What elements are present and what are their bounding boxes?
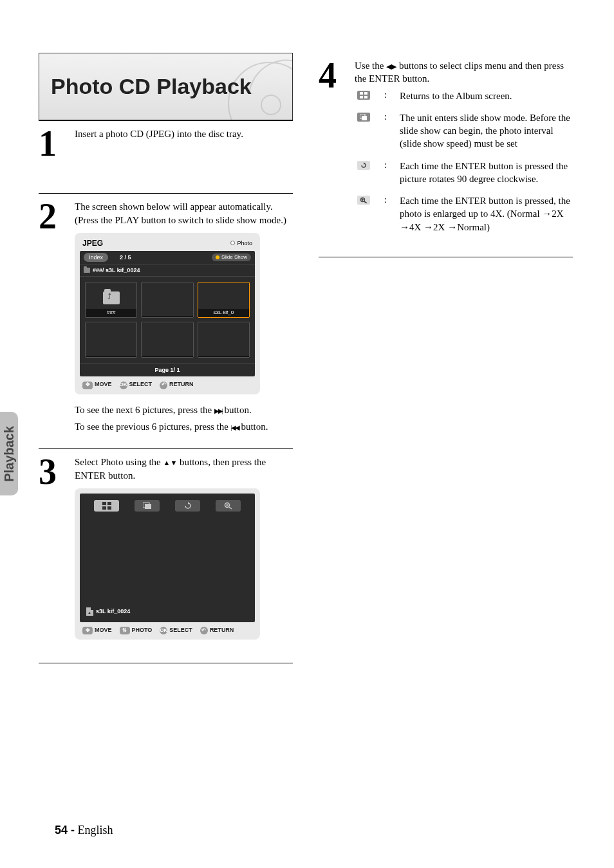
right-arrow-icon	[391, 60, 396, 71]
icon-desc: Each time the ENTER button is pressed, t…	[400, 194, 573, 234]
step-2: 2 The screen shown below will appear aut…	[39, 193, 293, 448]
slideshow-icon	[357, 113, 370, 122]
skip-prev-icon	[231, 421, 239, 432]
svg-line-7	[229, 507, 232, 509]
jpeg-index-screenshot: JPEG Photo Index 2 / 5 Slide Show	[75, 233, 260, 394]
page-language: English	[78, 824, 113, 836]
select-label: SELECT	[129, 381, 153, 387]
thumbnail: ###	[85, 282, 137, 318]
thumbnail	[141, 322, 193, 358]
svg-rect-2	[102, 506, 106, 510]
section-tab-label: Playback	[2, 426, 17, 482]
svg-rect-12	[360, 96, 363, 98]
step-1-text: Insert a photo CD (JPEG) into the disc t…	[75, 127, 293, 140]
svg-rect-3	[107, 506, 111, 510]
step-2-text: The screen shown below will appear autom…	[75, 200, 293, 226]
move-label: MOVE	[95, 627, 112, 633]
svg-rect-13	[364, 96, 367, 98]
up-arrow-icon	[163, 457, 171, 467]
svg-rect-1	[107, 502, 111, 505]
svg-rect-15	[362, 116, 367, 120]
status-dot-icon	[230, 241, 235, 245]
icon-desc: Returns to the Album screen.	[400, 89, 573, 102]
icon-list-row: : The unit enters slide show mode. Befor…	[355, 111, 573, 151]
svg-rect-10	[360, 92, 363, 95]
photo-key-icon: ⇅	[120, 627, 130, 634]
icon-desc: The unit enters slide show mode. Before …	[400, 111, 573, 151]
ss1-path: ###/ s3L kif_0024	[93, 266, 140, 274]
select-label: SELECT	[169, 627, 192, 633]
ss2-filename: s3L kif_0024	[96, 607, 130, 615]
move-key-icon: ✥	[82, 382, 93, 389]
index-pill: Index	[84, 253, 108, 262]
icon-list-row: : Each time the ENTER button is pressed …	[355, 160, 573, 186]
photo-label: PHOTO	[132, 627, 153, 633]
zoom-icon	[357, 196, 370, 205]
step-4: 4 Use the buttons to select clips menu a…	[319, 53, 573, 254]
skip-next-icon	[214, 405, 222, 415]
select-key-icon: OK	[160, 627, 167, 634]
step-2-after1: To see the next 6 pictures, press the bu…	[75, 403, 293, 416]
folder-up-icon	[103, 291, 120, 304]
thumbnail	[141, 282, 193, 318]
album-tab-icon	[94, 500, 119, 512]
zoom-tab-icon	[216, 500, 241, 512]
left-arrow-icon	[386, 60, 391, 71]
step-1: 1 Insert a photo CD (JPEG) into the disc…	[39, 120, 293, 193]
ss1-photo-label: Photo	[237, 239, 252, 247]
photo-viewer-screenshot: s3L kif_0024 ✥MOVE ⇅PHOTO OKSELECT ↶RETU…	[75, 488, 260, 640]
title-panel: Photo CD Playback	[39, 53, 293, 120]
icon-list-row: : Each time the ENTER button is pressed,…	[355, 194, 573, 234]
step-4-text: Use the buttons to select clips menu and…	[355, 59, 573, 86]
thumbnail-grid: ### s3L kif_0	[80, 277, 255, 363]
down-arrow-icon	[170, 457, 177, 467]
step-number: 2	[39, 200, 67, 437]
step-3: 3 Select Photo using the buttons, then p…	[39, 448, 293, 660]
move-label: MOVE	[95, 381, 112, 387]
slideshow-tab-icon	[135, 500, 160, 512]
page-indicator: Page 1/ 1	[80, 363, 255, 376]
step-number: 4	[319, 59, 347, 243]
icon-list-row: : Returns to the Album screen.	[355, 89, 573, 102]
rotate-icon	[357, 161, 370, 170]
folder-icon	[84, 268, 90, 273]
step-number: 1	[39, 127, 67, 181]
return-label: RETURN	[169, 381, 194, 387]
thumbnail-selected: s3L kif_0	[198, 282, 250, 318]
move-key-icon: ✥	[82, 627, 93, 634]
return-key-icon: ↶	[160, 382, 167, 389]
return-key-icon: ↶	[200, 627, 208, 634]
icon-desc: Each time the ENTER button is pressed th…	[400, 160, 573, 186]
rotate-tab-icon	[175, 500, 200, 512]
index-count: 2 / 5	[120, 254, 131, 261]
svg-rect-0	[102, 502, 106, 505]
album-grid-icon	[357, 91, 370, 100]
ss1-title: JPEG	[82, 238, 103, 248]
svg-rect-5	[145, 504, 151, 509]
section-tab-playback: Playback	[0, 412, 18, 495]
return-label: RETURN	[210, 627, 234, 633]
step-number: 3	[39, 456, 67, 649]
thumbnail	[198, 322, 250, 358]
thumbnail	[85, 322, 137, 358]
svg-line-17	[364, 201, 367, 203]
slide-show-pill: Slide Show	[212, 254, 251, 262]
svg-rect-11	[364, 92, 367, 95]
page-footer: 54 - English	[55, 824, 113, 837]
image-file-icon	[86, 607, 93, 616]
step-2-after2: To see the previous 6 pictures, press th…	[75, 420, 293, 433]
step-3-text: Select Photo using the buttons, then pre…	[75, 456, 293, 482]
page-title: Photo CD Playback	[51, 74, 252, 99]
page-number: 54 -	[55, 824, 75, 836]
select-key-icon: OK	[120, 382, 127, 389]
